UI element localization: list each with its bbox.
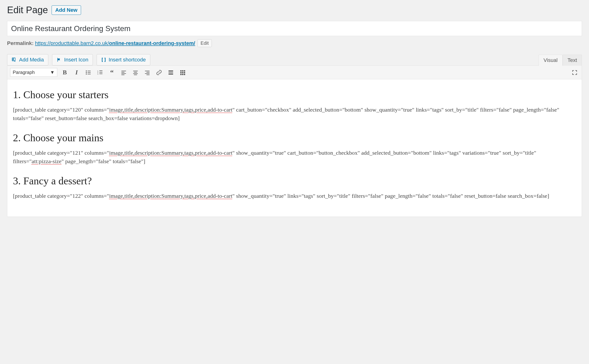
editor-tabs: Visual Text: [539, 55, 582, 66]
heading-row: Edit Page Add New: [7, 5, 582, 15]
svg-rect-19: [134, 72, 137, 72]
add-media-label: Add Media: [19, 57, 44, 63]
toolbar-toggle-button[interactable]: [178, 68, 187, 77]
insert-shortcode-label: Insert shortcode: [109, 57, 146, 63]
content-paragraph-2: [product_table category="121" columns="i…: [13, 149, 576, 166]
brackets-icon: [101, 57, 106, 62]
insert-icon-label: Insert Icon: [64, 57, 88, 63]
svg-rect-22: [145, 71, 150, 71]
svg-rect-11: [99, 72, 102, 72]
media-icon: [12, 57, 17, 62]
permalink-link[interactable]: https://producttable.barn2.co.uk/online-…: [35, 40, 195, 46]
svg-point-6: [86, 73, 87, 74]
media-buttons: Add Media Insert Icon Insert shortcode: [7, 54, 150, 65]
svg-point-2: [86, 70, 87, 71]
page-wrap: Edit Page Add New Permalink: https://pro…: [0, 0, 589, 226]
content-paragraph-3: [product_table category="122" columns="i…: [13, 192, 576, 200]
editor-toolbar: Paragraph ▼ B I 123 “: [7, 66, 582, 79]
numbered-list-button[interactable]: 123: [96, 68, 104, 77]
svg-point-4: [86, 72, 87, 73]
content-heading-1: 1. Choose your starters: [13, 89, 576, 101]
post-title-input[interactable]: [7, 21, 582, 36]
permalink-base: https://producttable.barn2.co.uk/: [35, 40, 109, 46]
svg-rect-15: [121, 72, 124, 72]
permalink-edit-button[interactable]: Edit: [198, 39, 212, 47]
bullet-list-button[interactable]: [84, 68, 93, 77]
svg-rect-9: [99, 70, 102, 71]
content-editor[interactable]: 1. Choose your starters [product_table c…: [7, 79, 582, 217]
add-media-button[interactable]: Add Media: [7, 54, 48, 65]
svg-rect-37: [184, 74, 185, 75]
svg-rect-14: [121, 71, 126, 71]
align-right-button[interactable]: [143, 68, 152, 77]
media-row: Add Media Insert Icon Insert shortcode V…: [7, 54, 582, 65]
svg-rect-21: [134, 75, 137, 75]
svg-rect-25: [146, 75, 150, 75]
insert-icon-button[interactable]: Insert Icon: [52, 54, 93, 65]
svg-text:3: 3: [97, 73, 98, 75]
italic-button[interactable]: I: [72, 68, 81, 77]
svg-rect-36: [182, 74, 183, 75]
svg-rect-16: [121, 73, 126, 74]
content-heading-3: 3. Fancy a dessert?: [13, 175, 576, 187]
permalink-label: Permalink:: [7, 40, 34, 46]
svg-rect-18: [133, 71, 138, 71]
svg-rect-29: [180, 70, 181, 71]
svg-rect-28: [168, 73, 173, 74]
add-new-button[interactable]: Add New: [52, 5, 81, 15]
content-paragraph-1: [product_table category="120" columns="i…: [13, 105, 576, 123]
svg-rect-32: [180, 72, 181, 73]
svg-rect-13: [99, 73, 102, 74]
svg-rect-30: [182, 70, 183, 71]
content-heading-2: 2. Choose your mains: [13, 132, 576, 144]
align-left-button[interactable]: [119, 68, 128, 77]
format-select-label: Paragraph: [13, 70, 35, 75]
svg-rect-34: [184, 72, 185, 73]
format-select[interactable]: Paragraph ▼: [10, 68, 57, 77]
svg-rect-20: [133, 73, 138, 74]
svg-rect-24: [145, 73, 150, 74]
svg-rect-23: [146, 72, 150, 72]
bold-button[interactable]: B: [60, 68, 69, 77]
blockquote-button[interactable]: “: [108, 68, 116, 77]
page-heading: Edit Page: [7, 5, 48, 15]
tab-visual[interactable]: Visual: [539, 55, 563, 66]
svg-rect-17: [121, 75, 124, 75]
flag-icon: [57, 57, 62, 62]
svg-rect-33: [182, 72, 183, 73]
insert-shortcode-button[interactable]: Insert shortcode: [97, 54, 150, 65]
fullscreen-button[interactable]: [570, 68, 579, 77]
svg-rect-3: [88, 71, 91, 71]
permalink-slug: online-restaurant-ordering-system/: [109, 40, 195, 46]
permalink-row: Permalink: https://producttable.barn2.co…: [7, 39, 582, 47]
read-more-button[interactable]: [166, 68, 175, 77]
svg-rect-27: [168, 72, 173, 73]
svg-rect-35: [180, 74, 181, 75]
svg-rect-7: [88, 74, 91, 74]
align-center-button[interactable]: [131, 68, 140, 77]
svg-rect-26: [168, 70, 173, 71]
chevron-down-icon: ▼: [50, 70, 55, 75]
svg-rect-31: [184, 70, 185, 71]
svg-point-1: [13, 59, 14, 59]
tab-text[interactable]: Text: [563, 55, 582, 66]
svg-rect-5: [88, 72, 91, 73]
editor-box: Paragraph ▼ B I 123 “: [7, 65, 582, 217]
link-button[interactable]: [155, 68, 163, 77]
